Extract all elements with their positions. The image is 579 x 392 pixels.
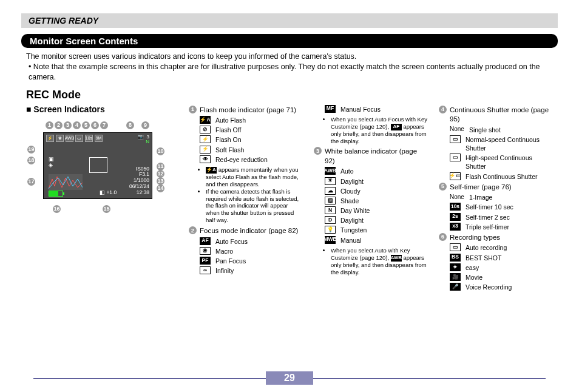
lcd-top-icons: ⚡ ❀ AWB ▭ 10s 9M: [46, 135, 103, 142]
rec-mode-heading: REC Mode: [26, 89, 558, 101]
callout-10: 10: [157, 147, 164, 155]
wb-note: When you select Auto with Key Customize …: [325, 247, 428, 276]
icon-row: ▭High-speed Continuous Shutter: [450, 154, 553, 171]
callout-3: 3: [64, 121, 72, 129]
icon-row: ⊘Flash Off: [200, 126, 303, 134]
icon-row: ∞Infinity: [200, 266, 303, 275]
cs-heading: 4 Continuous Shutter mode (page 95): [439, 106, 553, 124]
indicator-icon: ▭: [450, 154, 461, 161]
indicator-icon: 10s: [450, 203, 461, 211]
indicator-label: Flash Off: [215, 126, 241, 134]
lcd-histogram: [49, 174, 83, 190]
indicator-icon: ⚡: [200, 146, 211, 154]
indicator-label: Voice Recording: [466, 283, 512, 291]
icon-row: DDaylight: [325, 216, 428, 225]
indicator-icon: 2s: [450, 213, 461, 221]
icon-row: ▭Normal-speed Continuous Shutter: [450, 135, 553, 152]
indicator-label: Daylight: [340, 216, 364, 225]
icon-row: MWBManual: [325, 236, 428, 245]
indicator-icon: ▭: [450, 243, 461, 251]
chapter-header: GETTING READY: [21, 13, 558, 28]
lcd-right-info: IS050 F3.1 1/1000 06/12/24 12:38: [129, 166, 149, 196]
indicator-icon: ▨: [325, 197, 336, 204]
cs-list: NoneSingle shot▭Normal-speed Continuous …: [439, 126, 553, 181]
lcd-focus-frame: [89, 157, 107, 173]
flash-list: ⚡AAuto Flash⊘Flash Off⚡Flash On⚡Soft Fla…: [189, 116, 303, 164]
column-4: 4 Continuous Shutter mode (page 95) None…: [439, 104, 553, 293]
indicator-label: Daylight: [340, 177, 364, 186]
indicator-label: easy: [466, 263, 479, 272]
lcd-diagram: ⚡ ❀ AWB ▭ 10s 9M 📷 3 N ▣◈ ◧ +1.0: [26, 120, 178, 214]
icon-row: x3Triple self-timer: [450, 223, 553, 231]
num-5-icon: 5: [439, 183, 447, 191]
indicator-label: Auto Flash: [215, 116, 246, 124]
st-heading: 5 Self-timer (page 76): [439, 183, 553, 192]
intro-line-1: The monitor screen uses various indicato…: [26, 52, 553, 62]
icon-row: ❀Macro: [200, 247, 303, 255]
icon-row: None1-Image: [450, 193, 553, 201]
indicator-label: Normal-speed Continuous Shutter: [466, 135, 553, 152]
lcd-screen: ⚡ ❀ AWB ▭ 10s 9M 📷 3 N ▣◈ ◧ +1.0: [43, 132, 152, 199]
indicator-label: Flash Continuous Shutter: [466, 172, 537, 181]
screen-indicators-column: Screen Indicators ⚡ ❀ AWB ▭ 10s 9M 📷 3 N…: [26, 104, 178, 293]
indicator-label: Triple self-timer: [466, 223, 509, 231]
callout-16: 16: [53, 205, 61, 213]
indicator-label: Cloudy: [340, 187, 361, 195]
indicator-icon: x3: [450, 223, 461, 231]
indicator-label: Flash On: [215, 135, 242, 144]
awb-icon: AWB: [391, 255, 402, 262]
callout-11: 11: [157, 163, 164, 171]
indicator-label: Macro: [215, 247, 233, 255]
indicator-label: 1-Image: [469, 193, 493, 201]
indicator-label: Auto Focus: [215, 237, 248, 246]
lcd-camera-icon: 📷: [138, 134, 144, 140]
focus-heading: 2 Focus mode indicator (page 82): [189, 226, 303, 236]
icon-row: 10sSelf-timer 10 sec: [450, 203, 553, 211]
column-3: MFManual Focus When you select Auto Focu…: [314, 104, 428, 293]
lcd-icon: ❀: [56, 135, 64, 142]
indicator-icon: ⚡A: [200, 116, 211, 124]
lcd-icon: 10s: [85, 135, 93, 142]
indicator-icon: ⚡: [200, 135, 211, 143]
indicator-label: Shade: [340, 197, 359, 205]
callout-1: 1: [46, 121, 53, 129]
indicator-icon: MF: [325, 105, 336, 113]
num-6-icon: 6: [439, 233, 447, 241]
indicator-icon: D: [325, 216, 336, 224]
wb-list: AWBAuto☀Daylight☁Cloudy▨ShadeNDay WhiteD…: [314, 167, 428, 244]
indicator-label: Self-timer 2 sec: [466, 213, 510, 221]
icon-row: 💡Tungsten: [325, 226, 428, 234]
icon-row: MFManual Focus: [325, 105, 428, 113]
icon-row: ▭Auto recording: [450, 243, 553, 252]
indicator-label: Tungsten: [340, 226, 367, 234]
indicator-icon: MWB: [325, 236, 336, 244]
icon-row: ⚡AAuto Flash: [200, 116, 303, 124]
indicator-label: Manual Focus: [340, 105, 381, 113]
indicator-icon: ☀: [325, 177, 336, 185]
intro-line-2: • Note that the example screens in this …: [29, 62, 553, 83]
page-number: 29: [266, 371, 313, 385]
indicator-icon: N: [325, 206, 336, 214]
indicator-icon: AF: [200, 237, 211, 245]
indicator-icon: ☁: [325, 187, 336, 195]
callout-6: 6: [91, 121, 99, 129]
lcd-icon: ⚡: [46, 135, 54, 142]
callout-12: 12: [157, 170, 164, 178]
callout-2: 2: [55, 121, 63, 129]
column-2: 1 Flash mode indicator (page 71) ⚡AAuto …: [189, 104, 303, 293]
callout-17: 17: [27, 178, 35, 186]
indicator-label: Day White: [340, 206, 370, 215]
indicator-icon: None: [450, 193, 464, 201]
rt-list: ▭Auto recordingBSBEST SHOT✦easy🎥Movie🎤Vo…: [439, 243, 553, 291]
icon-row: AWBAuto: [325, 167, 428, 175]
indicator-label: Infinity: [215, 266, 234, 275]
callout-19: 19: [27, 146, 35, 154]
lcd-left-icons: ▣◈: [49, 156, 54, 169]
indicator-label: High-speed Continuous Shutter: [466, 154, 553, 171]
callout-5: 5: [82, 121, 90, 129]
icon-row: ⚡Soft Flash: [200, 146, 303, 154]
indicator-icon: 👁: [200, 155, 211, 163]
focus-list: AFAuto Focus❀MacroPFPan Focus∞Infinity: [189, 237, 303, 275]
indicator-icon: 💡: [325, 226, 336, 234]
section-header: Monitor Screen Contents: [21, 34, 558, 48]
